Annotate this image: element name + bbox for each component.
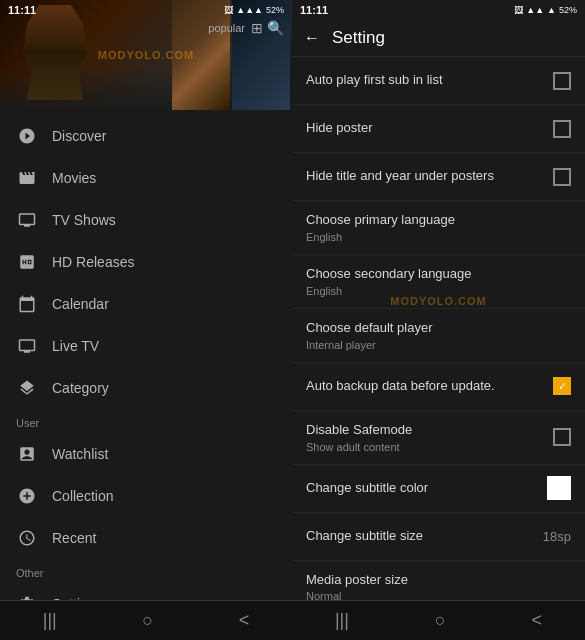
setting-title-hide-title-year: Hide title and year under posters xyxy=(306,168,543,185)
setting-title-auto-backup: Auto backup data before update. xyxy=(306,378,543,395)
tvshows-label: TV Shows xyxy=(52,212,116,228)
setting-subtitle-secondary-lang: English xyxy=(306,285,561,297)
discover-label: Discover xyxy=(52,128,106,144)
bottom-nav-right: ||| ○ < xyxy=(292,600,585,640)
setting-subtitle-default-player: Internal player xyxy=(306,339,561,351)
bottom-nav-recent-apps-right[interactable]: ||| xyxy=(335,610,349,631)
setting-row-left-primary-lang: Choose primary language English xyxy=(306,212,571,243)
checkbox-hide-poster[interactable] xyxy=(553,120,571,138)
setting-title-subtitle-color: Change subtitle color xyxy=(306,480,537,497)
sidebar-item-movies[interactable]: Movies xyxy=(0,157,292,199)
status-icons-left: 🖼 ▲▲▲ 52% xyxy=(224,5,284,15)
popular-header: popular ⊞ 🔍 xyxy=(208,20,284,36)
sidebar-item-calendar[interactable]: Calendar xyxy=(0,283,292,325)
setting-title-hide-poster: Hide poster xyxy=(306,120,543,137)
setting-title-subtitle-size: Change subtitle size xyxy=(306,528,533,545)
rocket-icon xyxy=(16,125,38,147)
bottom-nav-back-left[interactable]: < xyxy=(239,610,250,631)
nav-menu: Discover Movies TV Shows HD Releases Cal… xyxy=(0,110,292,600)
setting-row-default-player[interactable]: Choose default player Internal player xyxy=(292,309,585,363)
other-section-label: Other xyxy=(0,559,292,583)
setting-row-left-subtitle-size: Change subtitle size xyxy=(306,528,543,545)
user-section-label: User xyxy=(0,409,292,433)
sidebar-item-discover[interactable]: Discover xyxy=(0,115,292,157)
popular-icons: ⊞ 🔍 xyxy=(251,20,284,36)
checkbox-auto-backup[interactable] xyxy=(553,377,571,395)
status-bar-right: 11:11 🖼 ▲▲ ▲ 52% xyxy=(292,0,585,20)
setting-row-poster-size[interactable]: Media poster size Normal xyxy=(292,561,585,600)
status-time-right: 11:11 xyxy=(300,4,328,16)
hd-icon xyxy=(16,251,38,273)
calendar-icon xyxy=(16,293,38,315)
setting-title-auto-play-sub: Auto play first sub in list xyxy=(306,72,543,89)
popular-label: popular xyxy=(208,22,245,34)
livetv-label: Live TV xyxy=(52,338,99,354)
bottom-nav-left: ||| ○ < xyxy=(0,600,292,640)
left-panel: 11:11 🖼 ▲▲▲ 52% popular ⊞ 🔍 MODYOLO.COM xyxy=(0,0,292,640)
sidebar-item-recent[interactable]: Recent xyxy=(0,517,292,559)
back-button[interactable]: ← xyxy=(304,29,320,47)
bottom-nav-recent-apps[interactable]: ||| xyxy=(43,610,57,631)
setting-row-secondary-lang[interactable]: Choose secondary language English xyxy=(292,255,585,309)
signal-icon-left: ▲▲▲ xyxy=(236,5,263,15)
checkbox-disable-safemode[interactable] xyxy=(553,428,571,446)
category-label: Category xyxy=(52,380,109,396)
notif-icon-right: 🖼 xyxy=(514,5,523,15)
status-time-left: 11:11 xyxy=(8,4,36,16)
setting-row-left-hide-title-year: Hide title and year under posters xyxy=(306,168,553,185)
bottom-nav-back-right[interactable]: < xyxy=(532,610,543,631)
battery-icon-right: 52% xyxy=(559,5,577,15)
sidebar-item-tvshows[interactable]: TV Shows xyxy=(0,199,292,241)
setting-row-left-auto-play-sub: Auto play first sub in list xyxy=(306,72,553,89)
collection-label: Collection xyxy=(52,488,113,504)
setting-row-left-secondary-lang: Choose secondary language English xyxy=(306,266,571,297)
recent-label: Recent xyxy=(52,530,96,546)
status-bar-left: 11:11 🖼 ▲▲▲ 52% xyxy=(0,0,292,20)
grid-icon[interactable]: ⊞ xyxy=(251,20,263,36)
setting-subtitle-primary-lang: English xyxy=(306,231,561,243)
sidebar-item-livetv[interactable]: Live TV xyxy=(0,325,292,367)
setting-row-left-subtitle-color: Change subtitle color xyxy=(306,480,547,497)
sidebar-item-watchlist[interactable]: Watchlist xyxy=(0,433,292,475)
bottom-nav-home[interactable]: ○ xyxy=(142,610,153,631)
chart-icon xyxy=(16,443,38,465)
gear-icon xyxy=(16,593,38,600)
setting-row-left-disable-safemode: Disable Safemode Show adult content xyxy=(306,422,553,453)
setting-row-auto-backup: Auto backup data before update. xyxy=(292,363,585,411)
setting-row-left-poster-size: Media poster size Normal xyxy=(306,572,571,600)
search-icon-left[interactable]: 🔍 xyxy=(267,20,284,36)
sidebar-item-hdreleases[interactable]: HD Releases xyxy=(0,241,292,283)
monitor-icon xyxy=(16,209,38,231)
setting-title-poster-size: Media poster size xyxy=(306,572,561,589)
sidebar-item-setting[interactable]: Setting xyxy=(0,583,292,600)
setting-row-left-auto-backup: Auto backup data before update. xyxy=(306,378,553,395)
layers-icon xyxy=(16,377,38,399)
setting-subtitle-poster-size: Normal xyxy=(306,590,561,600)
setting-row-subtitle-size: Change subtitle size 18sp xyxy=(292,513,585,561)
checkbox-hide-title-year[interactable] xyxy=(553,168,571,186)
signal-icon-right: ▲▲ xyxy=(526,5,544,15)
setting-row-hide-title-year: Hide title and year under posters xyxy=(292,153,585,201)
bottom-nav-home-right[interactable]: ○ xyxy=(435,610,446,631)
sidebar-item-category[interactable]: Category xyxy=(0,367,292,409)
subtitle-color-swatch[interactable] xyxy=(547,476,571,500)
film-icon xyxy=(16,167,38,189)
calendar-label: Calendar xyxy=(52,296,109,312)
subtitle-size-value: 18sp xyxy=(543,529,571,544)
setting-title-secondary-lang: Choose secondary language xyxy=(306,266,561,283)
setting-row-left-hide-poster: Hide poster xyxy=(306,120,553,137)
wifi-icon-right: ▲ xyxy=(547,5,556,15)
settings-header: ← Setting xyxy=(292,20,585,57)
plus-circle-icon xyxy=(16,485,38,507)
setting-row-auto-play-sub: Auto play first sub in list xyxy=(292,57,585,105)
movies-label: Movies xyxy=(52,170,96,186)
setting-row-disable-safemode: Disable Safemode Show adult content xyxy=(292,411,585,465)
setting-row-left-default-player: Choose default player Internal player xyxy=(306,320,571,351)
settings-title: Setting xyxy=(332,28,385,48)
sidebar-item-collection[interactable]: Collection xyxy=(0,475,292,517)
checkbox-auto-play-sub[interactable] xyxy=(553,72,571,90)
notification-icon-left: 🖼 xyxy=(224,5,233,15)
setting-title-primary-lang: Choose primary language xyxy=(306,212,561,229)
clock-icon xyxy=(16,527,38,549)
setting-row-primary-lang[interactable]: Choose primary language English xyxy=(292,201,585,255)
